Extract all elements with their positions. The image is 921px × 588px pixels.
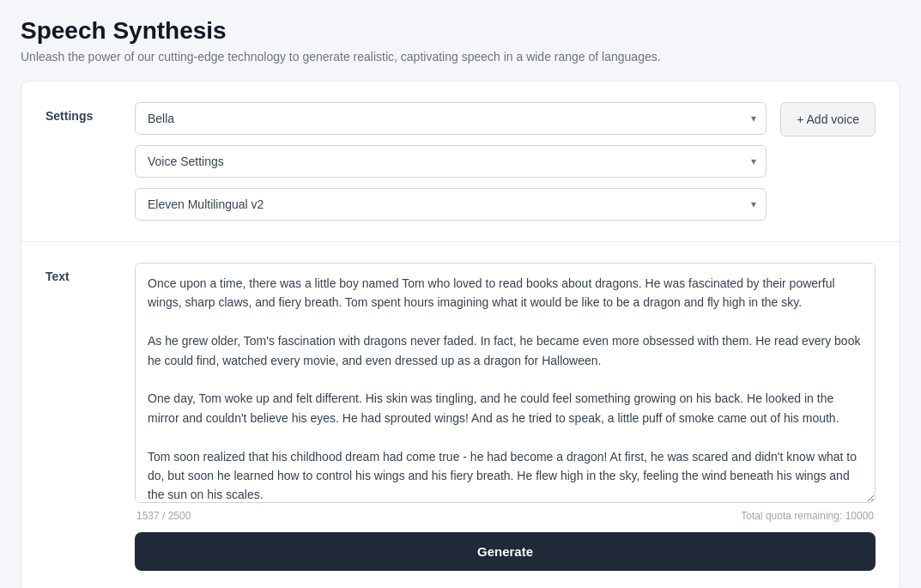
- generate-button[interactable]: Generate: [135, 532, 876, 571]
- settings-dropdowns: Bella Rachel Domi Dave Elli Sam ▾ Voice …: [135, 102, 766, 221]
- main-card: Settings Bella Rachel Domi Dave Elli Sam…: [21, 81, 900, 588]
- add-voice-button[interactable]: + Add voice: [780, 102, 876, 136]
- voice-select-wrapper: Bella Rachel Domi Dave Elli Sam ▾: [135, 102, 766, 135]
- page-title: Speech Synthesis: [21, 17, 900, 45]
- settings-content: Bella Rachel Domi Dave Elli Sam ▾ Voice …: [135, 102, 876, 221]
- settings-top-row: Bella Rachel Domi Dave Elli Sam ▾ Voice …: [135, 102, 876, 221]
- text-label: Text: [45, 263, 114, 283]
- textarea-meta: 1537 / 2500 Total quota remaining: 10000: [135, 510, 876, 522]
- model-select[interactable]: Eleven Multilingual v2 Eleven Monolingua…: [135, 188, 766, 221]
- page-subtitle: Unleash the power of our cutting-edge te…: [21, 50, 900, 64]
- voice-settings-wrapper: Voice Settings ▾: [135, 145, 766, 178]
- voice-settings-select[interactable]: Voice Settings: [135, 145, 766, 178]
- textarea-wrapper: Once upon a time, there was a little boy…: [135, 263, 876, 571]
- text-section: Text Once upon a time, there was a littl…: [21, 242, 900, 588]
- voice-select[interactable]: Bella Rachel Domi Dave Elli Sam: [135, 102, 766, 135]
- text-content-area: Once upon a time, there was a little boy…: [135, 263, 876, 571]
- text-input[interactable]: Once upon a time, there was a little boy…: [135, 263, 876, 503]
- quota-remaining: Total quota remaining: 10000: [741, 510, 874, 522]
- model-select-wrapper: Eleven Multilingual v2 Eleven Monolingua…: [135, 188, 766, 221]
- settings-label: Settings: [45, 102, 114, 123]
- char-count: 1537 / 2500: [136, 510, 191, 522]
- settings-section: Settings Bella Rachel Domi Dave Elli Sam…: [21, 82, 900, 242]
